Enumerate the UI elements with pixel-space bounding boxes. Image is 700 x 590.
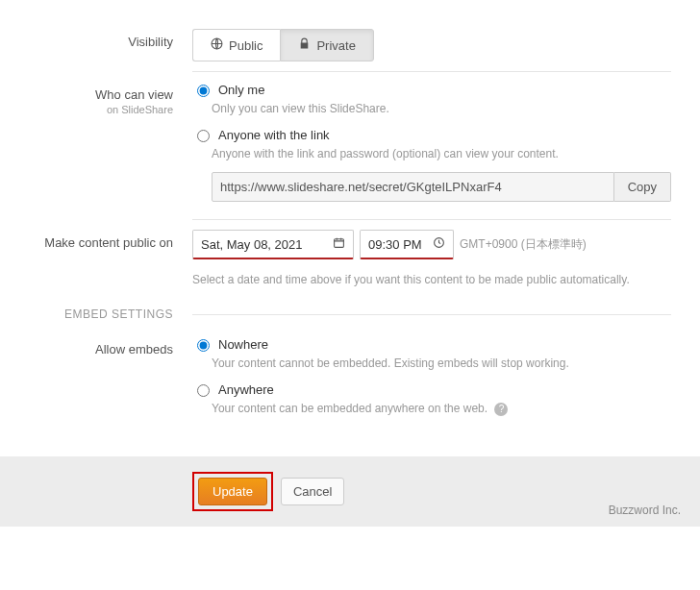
who-can-view-sublabel: on SlideShare <box>29 104 173 115</box>
who-can-view-only-me-radio[interactable]: Only me <box>192 82 264 97</box>
schedule-date-value: Sat, May 08, 2021 <box>201 237 303 252</box>
schedule-hint: Select a date and time above if you want… <box>192 273 671 286</box>
allow-embeds-nowhere-hint: Your content cannot be embedded. Existin… <box>212 356 671 370</box>
schedule-time-input[interactable]: 09:30 PM <box>360 230 454 259</box>
allow-embeds-nowhere-label: Nowhere <box>218 337 268 352</box>
update-button[interactable]: Update <box>198 478 267 505</box>
update-highlight: Update <box>192 472 273 511</box>
who-can-view-label: Who can view <box>95 87 173 102</box>
visibility-public-text: Public <box>229 38 262 53</box>
visibility-label: Visibility <box>29 29 192 61</box>
cancel-button[interactable]: Cancel <box>281 478 344 505</box>
visibility-segmented: Public Private <box>192 29 374 61</box>
who-can-view-only-me-label: Only me <box>218 83 264 97</box>
help-icon[interactable]: ? <box>494 403 508 416</box>
allow-embeds-label: Allow embeds <box>29 336 192 428</box>
lock-icon <box>298 37 311 53</box>
clock-icon <box>433 236 445 252</box>
globe-icon <box>211 37 223 53</box>
visibility-public-button[interactable]: Public <box>192 29 280 61</box>
visibility-private-text: Private <box>316 38 355 53</box>
allow-embeds-anywhere-radio[interactable]: Anywhere <box>192 381 274 397</box>
schedule-timezone: GMT+0900 (日本標準時) <box>460 236 587 253</box>
svg-rect-1 <box>335 239 344 248</box>
who-can-view-anyone-radio[interactable]: Anyone with the link <box>192 127 330 142</box>
schedule-time-value: 09:30 PM <box>368 237 422 252</box>
calendar-icon <box>333 236 345 252</box>
embed-settings-header: EMBED SETTINGS <box>29 307 192 321</box>
allow-embeds-nowhere-radio[interactable]: Nowhere <box>192 336 268 352</box>
secret-url-input[interactable] <box>212 172 614 202</box>
allow-embeds-anywhere-label: Anywhere <box>218 382 274 397</box>
brand-label: Buzzword Inc. <box>609 504 681 517</box>
copy-button[interactable]: Copy <box>614 172 671 202</box>
who-can-view-anyone-hint: Anyone with the link and password (optio… <box>212 147 671 160</box>
schedule-label: Make content public on <box>29 230 192 286</box>
schedule-date-input[interactable]: Sat, May 08, 2021 <box>192 230 354 259</box>
allow-embeds-anywhere-hint: Your content can be embedded anywhere on… <box>212 402 671 416</box>
who-can-view-only-me-hint: Only you can view this SlideShare. <box>212 102 671 115</box>
who-can-view-anyone-label: Anyone with the link <box>218 128 330 142</box>
visibility-private-button[interactable]: Private <box>280 29 373 61</box>
